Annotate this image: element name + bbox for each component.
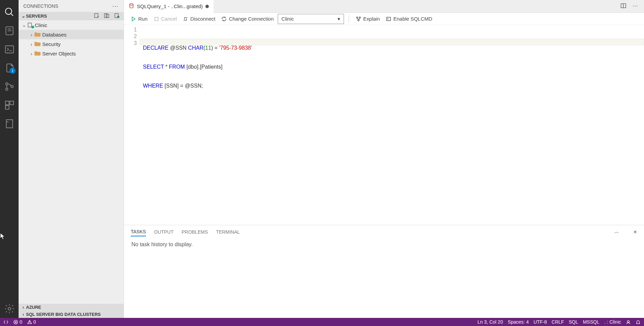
status-encoding[interactable]: UTF-8 <box>534 319 547 325</box>
cancel-button: Cancel <box>152 15 179 22</box>
sqlcmd-icon <box>386 16 391 22</box>
servers-section-header[interactable]: ⌄ SERVERS <box>19 12 124 20</box>
code-content[interactable]: DECLARE @SSN CHAR(11) = '795-73-9838' SE… <box>143 25 644 225</box>
new-connection-icon[interactable] <box>94 13 99 19</box>
disconnect-label: Disconnect <box>190 16 215 22</box>
explain-icon <box>356 16 361 22</box>
status-warnings[interactable]: 0 <box>27 319 36 325</box>
status-remote-icon[interactable] <box>3 320 8 325</box>
tree-node-label: Databases <box>42 32 67 38</box>
status-feedback-icon[interactable] <box>626 320 631 325</box>
svg-marker-27 <box>132 17 135 21</box>
terminal-icon[interactable] <box>0 40 19 59</box>
bigdata-label: SQL SERVER BIG DATA CLUSTERS <box>26 312 122 317</box>
bigdata-section-header[interactable]: › SQL SERVER BIG DATA CLUSTERS <box>19 311 124 318</box>
search-icon[interactable] <box>0 3 19 21</box>
svg-line-1 <box>11 14 13 16</box>
folder-icon <box>34 32 41 37</box>
panel-maximize-icon[interactable]: ︿ <box>614 229 619 235</box>
bottom-panel: TASKS OUTPUT PROBLEMS TERMINAL ︿ ✕ No ta… <box>124 225 644 318</box>
server-name: Clinic <box>35 22 47 28</box>
code-editor[interactable]: 1 2 3 DECLARE @SSN CHAR(11) = '795-73-98… <box>124 25 644 225</box>
svg-point-0 <box>5 8 12 15</box>
svg-point-31 <box>358 20 359 21</box>
panel-close-icon[interactable]: ✕ <box>633 229 637 235</box>
change-connection-icon <box>221 16 227 22</box>
status-cursor[interactable]: Ln 3, Col 20 <box>477 319 503 325</box>
svg-rect-10 <box>5 101 9 105</box>
change-connection-label: Change Connection <box>229 16 274 22</box>
svg-point-24 <box>130 4 133 5</box>
panel-tab-problems[interactable]: PROBLEMS <box>181 228 208 236</box>
svg-point-15 <box>8 307 11 310</box>
tab-label: SQLQuery_1 - ..Clin...grated) <box>137 3 203 9</box>
explain-button[interactable]: Explain <box>354 15 382 22</box>
chevron-right-icon: › <box>21 312 26 317</box>
sqlcmd-label: Enable SQLCMD <box>393 16 432 22</box>
servers-label: SERVERS <box>26 14 94 19</box>
tree-node-security[interactable]: › Security <box>19 39 124 49</box>
tree-node-label: Server Objects <box>42 51 76 56</box>
status-bell-icon[interactable] <box>636 320 641 325</box>
settings-gear-icon[interactable] <box>0 299 19 318</box>
show-active-icon[interactable] <box>114 13 120 19</box>
azure-section-header[interactable]: › AZURE <box>19 304 124 311</box>
run-button[interactable]: Run <box>129 15 150 22</box>
server-node-clinic[interactable]: ⌄ Clinic <box>19 20 124 30</box>
database-icon <box>129 3 134 9</box>
azure-label: AZURE <box>26 305 122 310</box>
chevron-right-icon: › <box>29 41 34 47</box>
extensions-icon[interactable] <box>0 96 19 114</box>
server-icon <box>27 22 33 28</box>
tree-node-server-objects[interactable]: › Server Objects <box>19 49 124 58</box>
explorer-badge: 1 <box>9 68 16 74</box>
svg-rect-20 <box>106 14 109 18</box>
side-panel: CONNECTIONS ⋯ ⌄ SERVERS ⌄ Clinic › Datab… <box>19 0 124 318</box>
chevron-right-icon: › <box>29 51 34 56</box>
panel-tab-tasks[interactable]: TASKS <box>131 228 146 236</box>
enable-sqlcmd-button[interactable]: Enable SQLCMD <box>384 15 434 22</box>
chevron-right-icon: › <box>29 32 34 38</box>
source-control-icon[interactable] <box>0 77 19 96</box>
folder-icon <box>34 51 41 56</box>
explorer-icon[interactable]: 1 <box>0 59 19 77</box>
status-spaces[interactable]: Spaces: 4 <box>508 319 529 325</box>
split-editor-icon[interactable] <box>620 3 626 10</box>
servers-icon[interactable] <box>0 21 19 40</box>
side-more-icon[interactable]: ⋯ <box>112 2 119 10</box>
chevron-right-icon: › <box>21 305 26 310</box>
notebook-icon[interactable] <box>0 114 19 133</box>
chevron-down-icon: ⌄ <box>21 22 27 28</box>
disconnect-button[interactable]: Disconnect <box>181 15 217 22</box>
dirty-indicator-icon <box>205 5 209 8</box>
query-toolbar: Run Cancel Disconnect Change Connection … <box>124 13 644 25</box>
error-icon <box>13 320 18 325</box>
svg-rect-23 <box>28 23 31 27</box>
status-errors[interactable]: 0 <box>13 319 22 325</box>
warning-icon <box>27 320 32 325</box>
panel-tab-output[interactable]: OUTPUT <box>154 228 174 236</box>
chevron-down-icon: ⌄ <box>21 14 26 19</box>
activity-bar: 1 <box>0 0 19 318</box>
run-label: Run <box>138 16 148 22</box>
status-language[interactable]: SQL <box>569 319 578 325</box>
cancel-label: Cancel <box>161 16 177 22</box>
svg-rect-16 <box>95 14 98 18</box>
svg-point-38 <box>627 320 629 322</box>
panel-tab-terminal[interactable]: TERMINAL <box>216 228 240 236</box>
status-connection[interactable]: . : Clinic <box>604 319 621 325</box>
connection-select[interactable]: Clinic ▾ <box>278 14 344 24</box>
svg-point-7 <box>5 83 8 85</box>
status-eol[interactable]: CRLF <box>552 319 564 325</box>
tab-sqlquery1[interactable]: SQLQuery_1 - ..Clin...grated) <box>124 0 214 13</box>
panel-message: No task history to display. <box>124 239 644 318</box>
server-tree: ⌄ Clinic › Databases › Security › Server… <box>19 20 124 304</box>
tab-more-icon[interactable]: ⋯ <box>633 3 638 10</box>
status-bar: 0 0 Ln 3, Col 20 Spaces: 4 UTF-8 CRLF SQ… <box>0 318 644 326</box>
change-connection-button[interactable]: Change Connection <box>219 15 276 22</box>
svg-rect-13 <box>6 120 13 128</box>
connections-title: CONNECTIONS <box>23 3 58 9</box>
tree-node-databases[interactable]: › Databases <box>19 30 124 39</box>
status-provider[interactable]: MSSQL <box>583 319 599 325</box>
new-group-icon[interactable] <box>104 13 109 19</box>
